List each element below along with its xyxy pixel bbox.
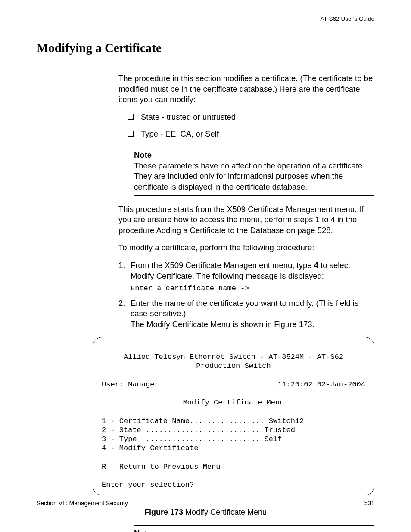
- terminal-title: Allied Telesyn Ethernet Switch - AT-8524…: [102, 352, 365, 361]
- terminal-option: 4 - Modify Certificate: [102, 444, 198, 452]
- note-text: These parameters have no affect on the o…: [134, 161, 364, 191]
- step-text: Enter the name of the certificate you wa…: [131, 299, 358, 318]
- figure-title: Modify Certificate Menu: [183, 508, 267, 516]
- list-item: Type - EE, CA, or Self: [127, 129, 374, 140]
- step-bold: 4: [314, 261, 318, 270]
- note-label: Note: [134, 528, 374, 532]
- list-item: State - trusted or untrusted: [127, 112, 374, 123]
- document-header: AT-S62 User's Guide: [37, 15, 374, 23]
- note-box: Note These parameters have no affect on …: [134, 147, 374, 195]
- step-number: 1.: [118, 260, 125, 271]
- terminal-menu-title: Modify Certificate Menu: [102, 398, 365, 407]
- step-follow-text: The Modify Certificate Menu is shown in …: [131, 319, 374, 330]
- modifiable-items-list: State - trusted or untrusted Type - EE, …: [127, 112, 374, 139]
- page-title: Modifying a Certificate: [37, 40, 374, 56]
- terminal-option: 2 - State .......................... Tru…: [102, 426, 295, 434]
- footer-section: Section VII: Management Security: [37, 499, 128, 507]
- terminal-timestamp: 11:20:02 02-Jan-2004: [277, 380, 365, 389]
- intro-paragraph: The procedure in this section modifies a…: [118, 73, 374, 105]
- terminal-prompt: Enter your selection?: [102, 481, 194, 489]
- terminal-prompt-text: Enter a certificate name ->: [131, 284, 374, 294]
- terminal-subtitle: Production Switch: [102, 361, 365, 370]
- note-box: Note Option 1 - Certificate Name cannot …: [134, 525, 374, 532]
- body-paragraph: This procedure starts from the X509 Cert…: [118, 204, 374, 236]
- step-text: From the X509 Certificate Management men…: [131, 261, 314, 270]
- page-footer: Section VII: Management Security 531: [37, 499, 374, 507]
- terminal-option: 1 - Certificate Name................. Sw…: [102, 417, 304, 425]
- footer-page-number: 531: [364, 499, 374, 507]
- terminal-option: R - Return to Previous Menu: [102, 463, 220, 471]
- note-label: Note: [134, 150, 374, 161]
- step-number: 2.: [118, 298, 125, 309]
- step-item: 1. From the X509 Certificate Management …: [118, 260, 374, 294]
- terminal-screen: Allied Telesyn Ethernet Switch - AT-8524…: [93, 337, 374, 495]
- step-item: 2. Enter the name of the certificate you…: [118, 298, 374, 330]
- figure-caption: Figure 173 Modify Certificate Menu: [37, 507, 374, 517]
- terminal-user: User: Manager: [102, 380, 159, 389]
- figure-label: Figure 173: [144, 508, 183, 516]
- body-paragraph: To modify a certificate, perform the fol…: [118, 243, 374, 253]
- procedure-steps: 1. From the X509 Certificate Management …: [118, 260, 374, 330]
- terminal-option: 3 - Type .......................... Self: [102, 435, 282, 443]
